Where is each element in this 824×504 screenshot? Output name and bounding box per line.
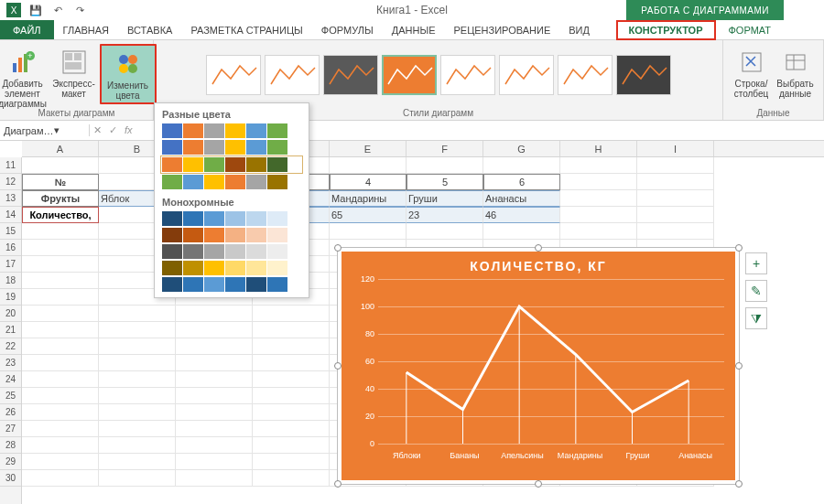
color-scheme-option[interactable] [155,123,309,140]
cell[interactable] [253,388,330,404]
cell[interactable] [22,223,99,240]
chart-style-5[interactable] [440,55,495,95]
row-header[interactable]: 14 [0,207,21,223]
color-scheme-option[interactable] [155,261,309,277]
cell[interactable] [22,256,99,273]
cell[interactable] [483,223,560,240]
cell[interactable] [253,371,330,388]
cell[interactable] [22,157,99,174]
cell[interactable] [253,454,330,470]
cell[interactable]: 65 [330,207,407,223]
cell[interactable] [253,355,330,371]
chart-style-1[interactable] [206,55,261,95]
tab-pagelayout[interactable]: РАЗМЕТКА СТРАНИЦЫ [181,20,311,39]
row-header[interactable]: 17 [0,256,21,273]
chart-filters-button[interactable]: ⧩ [745,307,767,329]
cell[interactable] [22,289,99,306]
tab-formulas[interactable]: ФОРМУЛЫ [312,20,383,39]
chart-styles-button[interactable]: ✎ [745,280,767,302]
cell[interactable] [176,371,253,388]
change-colors-button[interactable]: Изменить цвета [100,44,157,104]
cell[interactable] [330,223,407,240]
tab-review[interactable]: РЕЦЕНЗИРОВАНИЕ [444,20,559,39]
chart-style-4-selected[interactable] [382,55,437,95]
tab-chart-format[interactable]: ФОРМАТ [716,20,785,40]
cell[interactable] [176,404,253,421]
undo-icon[interactable]: ↶ [49,2,66,18]
add-chart-element-button[interactable]: + Добавить элемент диаграммы [0,44,49,109]
chart-elements-button[interactable]: + [745,252,767,274]
color-scheme-option[interactable] [155,175,309,191]
row-header[interactable]: 13 [0,190,21,207]
cell[interactable] [99,371,176,388]
row-header[interactable]: 19 [0,289,21,306]
cell[interactable]: Ананасы [483,190,560,207]
cell[interactable] [99,421,176,437]
cell[interactable] [253,306,330,322]
fx-icon[interactable]: fx [125,124,133,136]
cell[interactable] [253,421,330,437]
cell[interactable] [99,306,176,322]
chart-style-6[interactable] [499,55,554,95]
cell[interactable] [176,355,253,371]
cell[interactable] [560,190,637,207]
cell[interactable]: 23 [407,207,483,223]
cell[interactable] [637,174,714,190]
chart-style-7[interactable] [558,55,613,95]
switch-row-column-button[interactable]: Строка/ столбец [731,44,773,99]
tab-chart-design[interactable]: КОНСТРУКТОР [616,20,716,40]
cell[interactable] [22,322,99,338]
cell[interactable] [176,338,253,355]
cell[interactable] [99,470,176,487]
enter-icon[interactable]: ✓ [109,124,117,136]
tab-view[interactable]: ВИД [559,20,599,39]
col-G[interactable]: G [483,141,560,156]
cell[interactable] [637,223,714,240]
cell[interactable] [560,174,637,190]
row-header[interactable]: 18 [0,273,21,289]
save-icon[interactable]: 💾 [27,2,44,18]
cancel-icon[interactable]: ✕ [93,124,102,136]
row-header[interactable]: 20 [0,306,21,322]
cell[interactable] [22,470,99,487]
cell[interactable]: 5 [407,174,483,190]
cell[interactable] [99,322,176,338]
cell[interactable] [176,388,253,404]
cell[interactable] [407,223,483,240]
quick-layout-button[interactable]: Экспресс-макет [52,44,96,99]
cell[interactable]: 6 [483,174,560,190]
cell[interactable] [176,454,253,470]
chart-style-2[interactable] [265,55,320,95]
cell[interactable]: Мандарины [330,190,407,207]
cell[interactable] [99,454,176,470]
cell[interactable] [560,157,637,174]
cell[interactable]: Фрукты [22,190,99,207]
redo-icon[interactable]: ↷ [71,2,88,18]
tab-file[interactable]: ФАЙЛ [0,20,54,39]
row-header[interactable]: 12 [0,174,21,190]
row-header[interactable]: 16 [0,240,21,256]
row-header[interactable]: 26 [0,404,21,421]
col-I[interactable]: I [637,141,714,156]
row-header[interactable]: 21 [0,322,21,338]
cell[interactable] [253,322,330,338]
cell[interactable] [176,421,253,437]
color-scheme-option[interactable] [155,228,309,244]
cell[interactable] [99,437,176,454]
cell[interactable] [253,338,330,355]
col-F[interactable]: F [407,141,483,156]
row-header[interactable]: 23 [0,355,21,371]
cell[interactable]: 46 [483,207,560,223]
row-header[interactable]: 27 [0,421,21,437]
col-E[interactable]: E [330,141,407,156]
cell[interactable] [22,371,99,388]
cell[interactable]: № [22,174,99,190]
row-header[interactable]: 24 [0,371,21,388]
row-header[interactable]: 30 [0,470,21,487]
cell[interactable] [22,388,99,404]
color-scheme-option[interactable] [155,140,309,156]
cell[interactable] [560,207,637,223]
cell[interactable] [22,273,99,289]
chart-plot-area[interactable]: 020406080100120ЯблокиБананыАпельсиныМанд… [378,279,724,444]
cell[interactable] [176,470,253,487]
